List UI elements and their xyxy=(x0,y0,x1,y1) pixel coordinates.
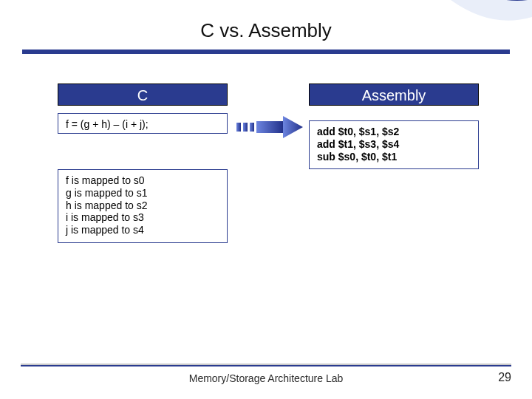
corner-swoosh-decoration xyxy=(451,0,532,44)
page-number: 29 xyxy=(498,371,511,384)
mapping-line: i is mapped to s3 xyxy=(66,211,219,224)
mapping-line: g is mapped to s1 xyxy=(66,187,219,200)
svg-marker-4 xyxy=(283,116,303,138)
footer-rule xyxy=(21,364,511,366)
svg-rect-2 xyxy=(250,123,254,132)
slide-body: C Assembly f = (g + h) – (i + j); f is m… xyxy=(0,54,532,335)
assembly-code-box: add $t0, $s1, $s2 add $t1, $s3, $s4 sub … xyxy=(309,120,479,169)
mapping-line: f is mapped to s0 xyxy=(66,174,219,187)
asm-line: sub $s0, $t0, $t1 xyxy=(317,151,471,163)
svg-rect-0 xyxy=(236,123,241,132)
column-header-c: C xyxy=(58,83,228,106)
asm-line: add $t0, $s1, $s2 xyxy=(317,126,471,138)
svg-rect-1 xyxy=(243,123,248,132)
mapping-line: h is mapped to s2 xyxy=(66,200,219,212)
c-expression-box: f = (g + h) – (i + j); xyxy=(58,113,228,134)
c-expression-text: f = (g + h) – (i + j); xyxy=(66,118,149,130)
footer-lab-label: Memory/Storage Architecture Lab xyxy=(0,372,532,384)
asm-line: add $t1, $s3, $s4 xyxy=(317,138,471,151)
mapping-line: j is mapped to s4 xyxy=(66,224,219,236)
column-header-assembly: Assembly xyxy=(309,83,479,106)
arrow-icon xyxy=(236,116,303,138)
register-mapping-box: f is mapped to s0 g is mapped to s1 h is… xyxy=(58,169,228,243)
svg-rect-3 xyxy=(256,121,283,133)
slide-footer: Memory/Storage Architecture Lab 29 xyxy=(0,365,532,384)
